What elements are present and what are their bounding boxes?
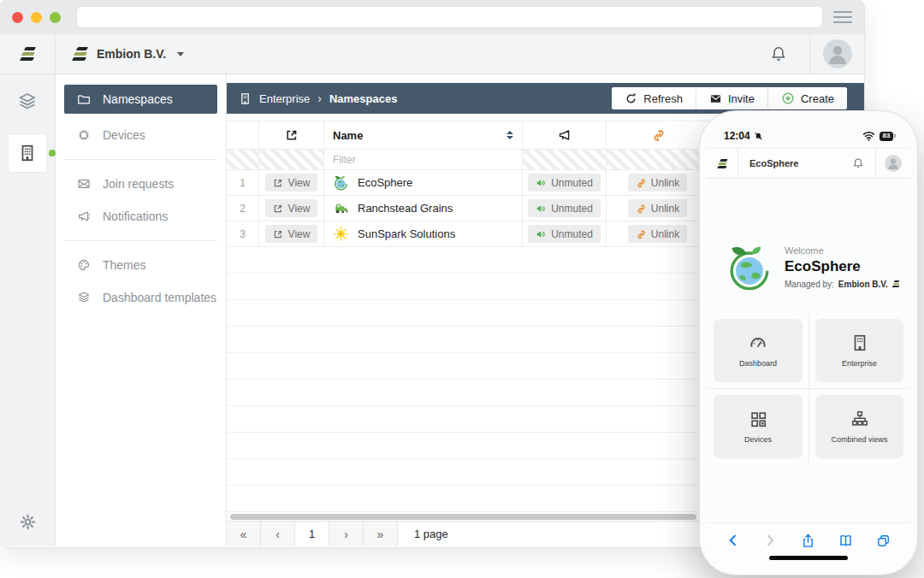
- phone-card-grid: Dashboard Enterprise: [708, 313, 909, 464]
- managed-by-label: Managed by:: [785, 280, 834, 289]
- row-index: 2: [240, 203, 246, 215]
- devices-card[interactable]: Devices: [714, 395, 803, 458]
- name-column-header[interactable]: Name: [324, 121, 523, 149]
- close-window-button[interactable]: [12, 12, 23, 23]
- phone-content: Welcome EcoSphere Managed by: Embion B.V…: [708, 179, 909, 522]
- unlink-label: Unlink: [651, 203, 679, 215]
- rail-templates-button[interactable]: [17, 91, 38, 112]
- plus-circle-icon: [781, 91, 795, 105]
- welcome-greeting: Welcome: [785, 245, 899, 256]
- prev-page-button[interactable]: ‹: [261, 522, 295, 546]
- refresh-label: Refresh: [643, 92, 683, 105]
- sidebar-item-label: Dashboard templates: [103, 291, 216, 304]
- org-switcher[interactable]: Embion B.V.: [56, 34, 184, 74]
- embion-logo-icon: [73, 47, 87, 61]
- megaphone-icon: [558, 128, 572, 142]
- phone-user-button[interactable]: [875, 149, 909, 178]
- name-filter-input[interactable]: [333, 150, 513, 169]
- url-bar[interactable]: [76, 6, 823, 28]
- sidebar-item-notifications[interactable]: Notifications: [64, 200, 217, 233]
- scrollbar-thumb[interactable]: [230, 514, 696, 520]
- app-logo-cell[interactable]: [0, 34, 56, 74]
- external-link-icon: [273, 178, 283, 188]
- share-button[interactable]: [801, 534, 815, 548]
- phone-notifications-button[interactable]: [841, 157, 875, 169]
- battery-icon: 83: [880, 132, 893, 141]
- welcome-block: Welcome EcoSphere Managed by: Embion B.V…: [725, 242, 909, 292]
- breadcrumb-root[interactable]: Enterprise: [259, 92, 310, 105]
- ecosphere-globe-icon: [725, 242, 774, 292]
- last-page-button[interactable]: »: [364, 522, 398, 546]
- user-menu-button[interactable]: [809, 34, 864, 74]
- unlink-button[interactable]: Unlink: [628, 199, 687, 217]
- embion-logo-icon: [892, 280, 899, 287]
- sidebar: Namespaces Devices Join requests: [56, 74, 227, 546]
- bookmarks-button[interactable]: [838, 534, 853, 548]
- zoom-window-button[interactable]: [50, 12, 61, 23]
- filter-disabled-cell: [259, 150, 324, 169]
- view-button[interactable]: View: [265, 199, 318, 217]
- invite-button[interactable]: Invite: [696, 87, 767, 109]
- notifications-button[interactable]: [748, 34, 809, 74]
- page-number-button[interactable]: 1: [295, 522, 329, 546]
- tabs-button[interactable]: [876, 534, 891, 548]
- phone-screen: 12:04 83 EcoSphere: [708, 119, 909, 567]
- sidebar-item-join-requests[interactable]: Join requests: [64, 168, 217, 200]
- rail-settings-button[interactable]: [0, 513, 55, 531]
- sidebar-item-label: Namespaces: [103, 92, 173, 106]
- unlink-label: Unlink: [651, 228, 679, 240]
- combined-views-card[interactable]: Combined views: [815, 395, 903, 458]
- palette-icon: [77, 258, 91, 272]
- active-status-dot: [49, 150, 56, 156]
- rail-enterprise-button[interactable]: [9, 134, 46, 172]
- embion-logo-icon: [21, 47, 35, 61]
- unmuted-label: Unmuted: [551, 228, 593, 240]
- unmuted-label: Unmuted: [551, 203, 593, 215]
- building-icon: [18, 144, 37, 162]
- first-page-button[interactable]: «: [227, 522, 261, 546]
- icon-rail: [0, 74, 56, 546]
- gear-icon: [19, 513, 37, 531]
- phone-time: 12:04: [724, 130, 750, 142]
- unmuted-button[interactable]: Unmuted: [528, 199, 601, 217]
- card-label: Dashboard: [739, 359, 777, 368]
- unlink-button[interactable]: Unlink: [628, 225, 687, 243]
- phone-notch: [767, 119, 850, 133]
- unlink-button[interactable]: Unlink: [628, 174, 687, 192]
- back-button[interactable]: [726, 534, 740, 547]
- mute-column-header: [523, 121, 607, 149]
- external-link-icon: [285, 128, 299, 142]
- unmuted-button[interactable]: Unmuted: [528, 174, 601, 192]
- view-button[interactable]: View: [265, 225, 318, 243]
- namespace-name: EcoSphere: [358, 176, 412, 189]
- breadcrumb-current: Namespaces: [329, 92, 398, 105]
- browser-menu-icon[interactable]: [833, 11, 852, 23]
- enterprise-card[interactable]: Enterprise: [815, 319, 903, 382]
- dashboard-card[interactable]: Dashboard: [714, 319, 803, 382]
- home-indicator[interactable]: [769, 556, 848, 560]
- create-button[interactable]: Create: [767, 87, 847, 109]
- refresh-button[interactable]: Refresh: [612, 87, 696, 109]
- sidebar-item-dashboard-templates[interactable]: Dashboard templates: [64, 281, 217, 314]
- unlink-icon: [636, 203, 646, 214]
- avatar: [823, 39, 852, 68]
- sidebar-item-devices[interactable]: Devices: [64, 119, 217, 151]
- wifi-icon: [862, 131, 875, 141]
- action-button-group: Refresh Invite Creat: [612, 87, 847, 109]
- sort-icon[interactable]: [506, 131, 513, 139]
- phone-browser-toolbar: [708, 522, 909, 567]
- unmuted-button[interactable]: Unmuted: [528, 225, 601, 243]
- card-label: Devices: [744, 435, 772, 444]
- filter-disabled-cell: [523, 150, 607, 169]
- view-button[interactable]: View: [265, 174, 318, 192]
- card-cell: Combined views: [808, 388, 909, 464]
- sidebar-item-themes[interactable]: Themes: [64, 249, 217, 281]
- next-page-button[interactable]: ›: [329, 522, 364, 546]
- unlink-icon: [636, 229, 646, 239]
- sidebar-item-namespaces[interactable]: Namespaces: [64, 85, 217, 114]
- card-cell: Enterprise: [808, 313, 909, 388]
- minimize-window-button[interactable]: [31, 12, 42, 23]
- view-label: View: [288, 177, 311, 189]
- forward-button[interactable]: [763, 534, 777, 547]
- phone-menu-button[interactable]: [708, 149, 738, 178]
